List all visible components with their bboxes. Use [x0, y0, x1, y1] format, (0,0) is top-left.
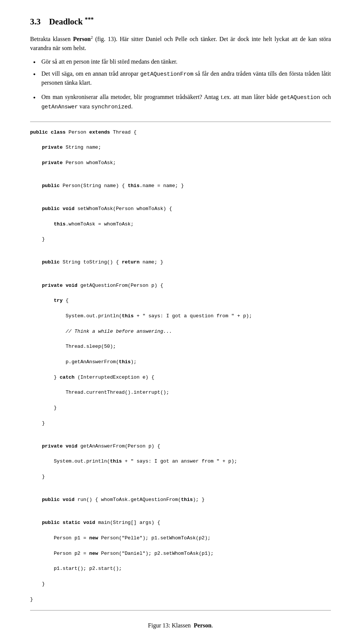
code-line: Thread.sleep(50);	[30, 343, 331, 350]
keyword-ref-1: synchronized	[91, 104, 131, 110]
footnote-ref: 2	[91, 35, 93, 40]
code-block: public class Person extends Thread { pri…	[30, 122, 331, 611]
figure-caption-bold: Person	[194, 622, 211, 629]
code-line: public Person(String name) { this.name =…	[30, 182, 331, 190]
bullet-item-2: Det vill säga, om en annan tråd anropar …	[30, 69, 331, 87]
bullet-list-2: Om man synkroniserar alla metoder, blir …	[30, 93, 331, 111]
code-line: private Person whomToAsk;	[30, 159, 331, 167]
page: 3.3 Deadlock *** Betrakta klassen Person…	[30, 15, 331, 644]
code-line: // Think a while before answering...	[30, 328, 331, 335]
code-line: Person p1 = new Person("Pelle"); p1.setW…	[30, 534, 331, 542]
code-line: }	[30, 236, 331, 243]
code-line: System.out.println(this + " says: I got …	[30, 312, 331, 320]
code-line: private String name;	[30, 144, 331, 151]
code-line: Thread.currentThread().interrupt();	[30, 389, 331, 396]
code-line: public class Person extends Thread {	[30, 129, 331, 136]
bullet-list: Gör så att en person inte får bli störd …	[30, 57, 331, 87]
code-line: public void setWhomToAsk(Person whomToAs…	[30, 205, 331, 213]
code-line: public static void main(String[] args) {	[30, 519, 331, 527]
figure-caption: Figur 13: Klassen Person.	[30, 621, 331, 630]
code-line: }	[30, 580, 331, 588]
code-line: private void getAnAnswerFrom(Person p) {	[30, 443, 331, 450]
bullet-item-1: Gör så att en person inte får bli störd …	[30, 57, 331, 66]
intro-paragraph: Betrakta klassen Person2 (fig. 13). Här …	[30, 34, 331, 53]
section-number: 3.3	[30, 17, 41, 26]
bullet-item-3: Om man synkroniserar alla metoder, blir …	[30, 93, 331, 111]
code-line: }	[30, 473, 331, 481]
code-line: public void run() { whomToAsk.getAQuesti…	[30, 496, 331, 504]
code-line: try {	[30, 297, 331, 304]
code-line: public String toString() { return name; …	[30, 259, 331, 266]
code-line: }	[30, 420, 331, 427]
figure-caption-text: Figur 13: Klassen	[148, 622, 191, 629]
code-line: this.whomToAsk = whomToAsk;	[30, 221, 331, 228]
section-title: Deadlock	[49, 17, 83, 26]
code-line: Person p2 = new Person("Daniel"); p2.set…	[30, 550, 331, 557]
method-ref-3: getAnAnswer	[41, 104, 78, 110]
code-line: private void getAQuestionFrom(Person p) …	[30, 282, 331, 289]
method-ref-1: getAQuestionFrom	[140, 71, 193, 77]
section-stars: ***	[85, 16, 94, 23]
code-line: p1.start(); p2.start();	[30, 565, 331, 572]
method-ref-2: getAQuestion	[280, 94, 320, 100]
person-class-ref: Person	[73, 36, 91, 42]
code-line: }	[30, 596, 331, 603]
code-line: } catch (InterruptedException e) {	[30, 374, 331, 381]
section-heading: 3.3 Deadlock ***	[30, 15, 331, 28]
code-line: System.out.println(this + " says: I got …	[30, 458, 331, 465]
code-line: }	[30, 404, 331, 412]
bullet-text-1: Gör så att en person inte får bli störd …	[41, 58, 177, 65]
code-line: p.getAnAnswerFrom(this);	[30, 358, 331, 366]
